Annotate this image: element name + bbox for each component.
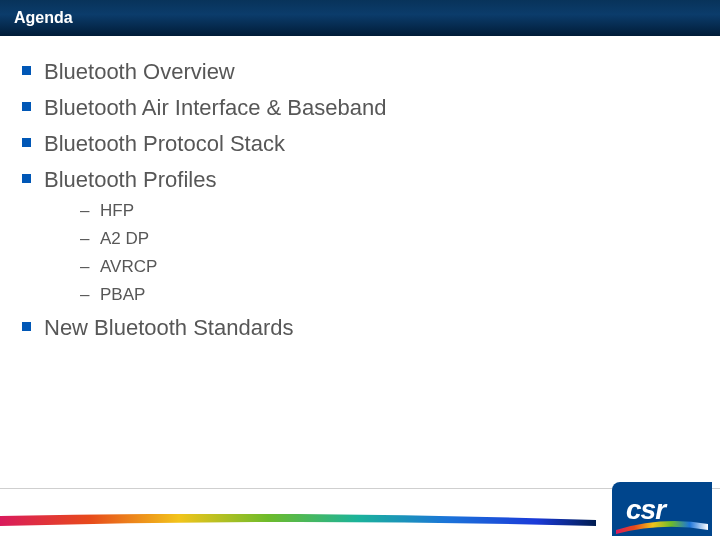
- sub-list-item: – A2 DP: [80, 228, 682, 250]
- sub-list-item: – HFP: [80, 200, 682, 222]
- list-item: Bluetooth Overview: [22, 58, 682, 86]
- slide-title-bar: Agenda: [0, 0, 720, 36]
- sub-list-item-label: PBAP: [100, 285, 145, 304]
- list-item-label: New Bluetooth Standards: [44, 315, 294, 340]
- list-item-label: Bluetooth Profiles: [44, 167, 216, 192]
- bullet-square-icon: [22, 102, 31, 111]
- sub-list-item: – AVRCP: [80, 256, 682, 278]
- list-item: Bluetooth Protocol Stack: [22, 130, 682, 158]
- bullet-square-icon: [22, 322, 31, 331]
- bullet-square-icon: [22, 66, 31, 75]
- bullet-square-icon: [22, 174, 31, 183]
- list-item: Bluetooth Profiles – HFP – A2 DP – AVRCP: [22, 166, 682, 306]
- swoosh-icon: [616, 516, 708, 534]
- list-item-label: Bluetooth Air Interface & Baseband: [44, 95, 386, 120]
- sub-list: – HFP – A2 DP – AVRCP – PBAP: [44, 200, 682, 306]
- sub-list-item-label: A2 DP: [100, 229, 149, 248]
- sub-list-item: – PBAP: [80, 284, 682, 306]
- list-item: New Bluetooth Standards: [22, 314, 682, 342]
- sub-list-item-label: AVRCP: [100, 257, 157, 276]
- dash-icon: –: [80, 256, 89, 278]
- sub-list-item-label: HFP: [100, 201, 134, 220]
- slide-title: Agenda: [14, 9, 73, 26]
- dash-icon: –: [80, 200, 89, 222]
- agenda-list: Bluetooth Overview Bluetooth Air Interfa…: [22, 58, 682, 342]
- list-item: Bluetooth Air Interface & Baseband: [22, 94, 682, 122]
- list-item-label: Bluetooth Overview: [44, 59, 235, 84]
- bullet-square-icon: [22, 138, 31, 147]
- slide: Agenda Bluetooth Overview Bluetooth Air …: [0, 0, 720, 540]
- rainbow-stripe-icon: [0, 514, 596, 526]
- slide-content: Bluetooth Overview Bluetooth Air Interfa…: [22, 58, 682, 350]
- list-item-label: Bluetooth Protocol Stack: [44, 131, 285, 156]
- dash-icon: –: [80, 284, 89, 306]
- dash-icon: –: [80, 228, 89, 250]
- slide-footer: csr: [0, 488, 720, 540]
- csr-logo: csr: [612, 482, 712, 536]
